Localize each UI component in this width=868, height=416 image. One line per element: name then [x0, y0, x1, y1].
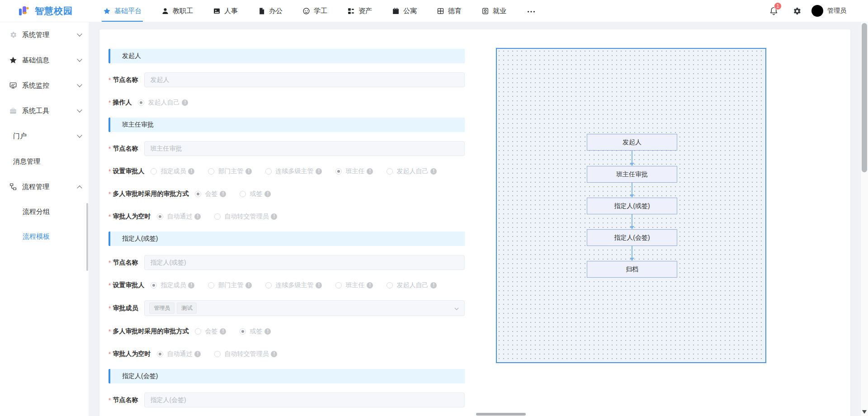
radio-icon[interactable] [157, 351, 163, 357]
member-tag[interactable]: 测试 [177, 303, 197, 314]
info-icon[interactable]: ! [316, 282, 322, 288]
flow-node-designee-countersign[interactable]: 指定人(会签) [587, 229, 677, 246]
radio-icon[interactable] [335, 282, 342, 288]
radio-icon[interactable] [151, 168, 157, 175]
node-name-input[interactable]: 指定人(或签) [144, 255, 465, 270]
flow-node-initiator[interactable]: 发起人 [587, 134, 677, 151]
radio-option-or-sign[interactable]: 或签 ! [240, 190, 271, 198]
info-icon[interactable]: ! [264, 191, 271, 197]
info-icon[interactable]: ! [188, 168, 194, 175]
nav-more-button[interactable] [526, 0, 536, 22]
radio-option-initiator-self[interactable]: 发起人自己 ! [138, 99, 188, 107]
radio-option-or-sign[interactable]: 或签 ! [240, 327, 271, 336]
required-mark: * [108, 305, 111, 312]
info-icon[interactable]: ! [271, 213, 277, 220]
sidebar-item-basic-info[interactable]: 基础信息 [0, 47, 89, 73]
tab-base-platform[interactable]: 基础平台 [103, 0, 142, 22]
info-icon[interactable]: ! [245, 282, 252, 288]
sidebar-item-process-management[interactable]: 流程管理 [0, 174, 89, 199]
radio-option-head-teacher[interactable]: 班主任 ! [335, 167, 373, 175]
radio-icon[interactable] [214, 213, 221, 220]
radio-icon[interactable] [138, 99, 144, 106]
radio-icon[interactable] [208, 168, 214, 175]
radio-option-department-head[interactable]: 部门主管 ! [208, 281, 252, 289]
radio-icon[interactable] [214, 351, 221, 357]
flow-node-archive[interactable]: 归档 [587, 261, 677, 278]
radio-option-countersign[interactable]: 会签 ! [195, 327, 226, 336]
sidebar-item-message-management[interactable]: 消息管理 [0, 149, 89, 174]
sidebar-item-system-management[interactable]: 系统管理 [0, 22, 89, 47]
radio-option-multi-level-head[interactable]: 连续多级主管 ! [265, 167, 322, 175]
info-icon[interactable]: ! [220, 191, 226, 197]
tab-apartment[interactable]: 公寓 [392, 0, 417, 22]
sidebar-subitem-process-template[interactable]: 流程模板 [0, 224, 89, 249]
notifications-button[interactable]: 1 [769, 6, 778, 16]
info-icon[interactable]: ! [194, 351, 201, 357]
horizontal-scrollbar-thumb[interactable] [476, 413, 526, 416]
info-icon[interactable]: ! [271, 351, 277, 357]
flow-node-designee-or-sign[interactable]: 指定人(或签) [587, 198, 677, 214]
scrollbar-down-arrow-icon[interactable] [862, 410, 867, 414]
radio-option-head-teacher[interactable]: 班主任 ! [335, 281, 373, 289]
tab-moral-education[interactable]: 德育 [437, 0, 462, 22]
radio-icon[interactable] [195, 328, 201, 335]
flow-node-head-teacher-approval[interactable]: 班主任审批 [587, 166, 677, 183]
radio-option-designated-member[interactable]: 指定成员 ! [151, 167, 194, 175]
node-name-input[interactable]: 发起人 [144, 72, 465, 87]
radio-option-multi-level-head[interactable]: 连续多级主管 ! [265, 281, 322, 289]
info-icon[interactable]: ! [245, 168, 252, 175]
radio-option-auto-pass[interactable]: 自动通过 ! [157, 213, 201, 221]
node-name-input[interactable]: 指定人(会签) [144, 392, 465, 407]
radio-option-auto-pass[interactable]: 自动通过 ! [157, 350, 201, 358]
info-icon[interactable]: ! [264, 328, 271, 335]
info-icon[interactable]: ! [430, 168, 437, 175]
info-icon[interactable]: ! [182, 99, 188, 106]
info-icon[interactable]: ! [220, 328, 226, 335]
vertical-scrollbar[interactable] [860, 22, 868, 416]
flow-designer-canvas[interactable]: 发起人 班主任审批 指定人(或签) 指定人(会签) [496, 48, 766, 363]
radio-option-initiator-self[interactable]: 发起人自己 ! [387, 281, 437, 289]
sidebar-scrollbar-thumb[interactable] [86, 203, 88, 271]
radio-icon[interactable] [240, 191, 246, 197]
tab-student[interactable]: 学工 [302, 0, 327, 22]
radio-option-initiator-self[interactable]: 发起人自己 ! [387, 167, 437, 175]
radio-option-auto-transfer-admin[interactable]: 自动转交管理员 ! [214, 213, 277, 221]
info-icon[interactable]: ! [194, 213, 201, 220]
sidebar-item-portal[interactable]: 门户 [0, 123, 89, 149]
tab-staff[interactable]: 教职工 [161, 0, 193, 22]
info-icon[interactable]: ! [367, 168, 373, 175]
info-icon[interactable]: ! [367, 282, 373, 288]
radio-icon[interactable] [240, 328, 246, 335]
avatar[interactable] [811, 5, 823, 17]
member-tag[interactable]: 管理员 [149, 303, 175, 314]
radio-icon[interactable] [195, 191, 201, 197]
radio-icon[interactable] [387, 282, 393, 288]
radio-icon[interactable] [151, 282, 157, 288]
radio-option-countersign[interactable]: 会签 ! [195, 190, 226, 198]
info-icon[interactable]: ! [188, 282, 194, 288]
app-logo[interactable]: 智慧校园 [0, 5, 94, 17]
sidebar-subitem-process-group[interactable]: 流程分组 [0, 199, 89, 224]
radio-icon[interactable] [265, 282, 272, 288]
radio-option-auto-transfer-admin[interactable]: 自动转交管理员 ! [214, 350, 277, 358]
radio-option-department-head[interactable]: 部门主管 ! [208, 167, 252, 175]
radio-icon[interactable] [157, 213, 163, 220]
approval-members-select[interactable]: 管理员 测试 [144, 300, 465, 316]
settings-button[interactable] [792, 6, 802, 16]
tab-employment[interactable]: 就业 [481, 0, 506, 22]
sidebar-item-system-tools[interactable]: 系统工具 [0, 98, 89, 123]
radio-icon[interactable] [208, 282, 214, 288]
radio-option-designated-member[interactable]: 指定成员 ! [151, 281, 194, 289]
node-name-input[interactable]: 班主任审批 [144, 141, 465, 156]
tab-hr[interactable]: 人事 [213, 0, 238, 22]
tab-assets[interactable]: 资产 [347, 0, 372, 22]
radio-icon[interactable] [265, 168, 272, 175]
user-name[interactable]: 管理员 [827, 7, 846, 15]
radio-icon[interactable] [387, 168, 393, 175]
info-icon[interactable]: ! [316, 168, 322, 175]
vertical-scrollbar-thumb[interactable] [862, 23, 867, 172]
info-icon[interactable]: ! [430, 282, 437, 288]
sidebar-item-system-monitor[interactable]: 系统监控 [0, 73, 89, 98]
radio-icon[interactable] [335, 168, 342, 175]
tab-office[interactable]: 办公 [258, 0, 283, 22]
